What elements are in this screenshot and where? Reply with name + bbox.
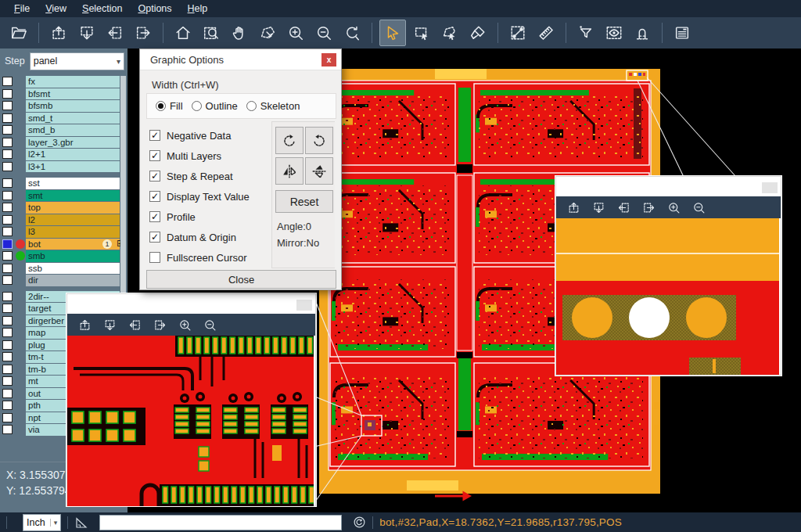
clean-brush-icon[interactable]	[465, 20, 490, 45]
layer-row-smb[interactable]: smb	[0, 250, 128, 262]
layer-row-fx[interactable]: fx	[0, 76, 128, 88]
pan-up-icon[interactable]	[563, 198, 584, 217]
layer-visibility-checkbox[interactable]	[2, 191, 13, 200]
home-icon[interactable]	[171, 20, 196, 45]
checkbox-profile[interactable]: ✓Profile	[149, 207, 250, 227]
pan-down-icon[interactable]	[588, 198, 609, 217]
layer-visibility-checkbox[interactable]	[2, 425, 13, 434]
layer-row-sst[interactable]: sst	[0, 178, 128, 189]
zoom-window-viewport[interactable]	[556, 218, 779, 375]
layer-name-label[interactable]: smd_b	[26, 124, 120, 136]
layer-visibility-checkbox[interactable]	[2, 264, 13, 273]
checkbox-step-repeat[interactable]: ✓Step & Repeat	[149, 166, 250, 186]
layer-row-smt[interactable]: smt	[0, 190, 128, 202]
layer-name-label[interactable]: top	[26, 202, 120, 214]
checkbox-fullscreen-cursor[interactable]: Fullscreen Cursor	[149, 247, 250, 268]
measure-points-icon[interactable]	[505, 20, 530, 45]
pan-up-icon[interactable]	[74, 315, 95, 334]
pan-right-icon[interactable]	[149, 315, 170, 334]
layer-visibility-checkbox[interactable]	[2, 275, 13, 285]
radio-skeleton[interactable]: Skeleton	[246, 100, 300, 112]
layer-visibility-checkbox[interactable]	[2, 239, 13, 249]
pan-up-icon[interactable]	[46, 20, 71, 45]
layer-name-label[interactable]: bfsmb	[26, 100, 120, 112]
layer-visibility-checkbox[interactable]	[2, 365, 13, 374]
layer-visibility-checkbox[interactable]	[2, 304, 13, 313]
layer-visibility-checkbox[interactable]	[2, 101, 13, 110]
step-select[interactable]: panel ▾	[30, 52, 124, 70]
rotate-ccw-button[interactable]	[305, 127, 333, 154]
checkbox-datum-origin[interactable]: ✓Datum & Origin	[149, 227, 250, 247]
layer-row-layer_3.gbr[interactable]: layer_3.gbr	[0, 137, 128, 149]
layer-visibility-checkbox[interactable]	[2, 401, 13, 410]
pan-left-icon[interactable]	[102, 20, 128, 45]
layer-name-label[interactable]: bfsmt	[26, 88, 120, 100]
zoom-out-icon[interactable]	[199, 315, 220, 334]
layer-visibility-checkbox[interactable]	[2, 203, 13, 212]
snap-icon[interactable]	[630, 20, 655, 45]
layer-name-label[interactable]: smb	[26, 250, 120, 262]
pan-right-icon[interactable]	[131, 20, 156, 45]
layer-visibility-checkbox[interactable]	[2, 215, 13, 225]
reset-button[interactable]: Reset	[275, 190, 333, 213]
layer-visibility-checkbox[interactable]	[2, 251, 13, 261]
layer-name-label[interactable]: l2+1	[26, 149, 120, 160]
pan-left-icon[interactable]	[124, 315, 145, 334]
menu-options[interactable]: Options	[130, 2, 179, 16]
layer-visibility-checkbox[interactable]	[2, 352, 13, 361]
close-button[interactable]: Close	[146, 270, 336, 289]
layer-row-smd_t[interactable]: smd_t	[0, 113, 128, 124]
layer-visibility-checkbox[interactable]	[2, 376, 13, 386]
zoom-previous-icon[interactable]	[339, 20, 365, 45]
zoom-out-icon[interactable]	[311, 20, 336, 45]
pan-down-icon[interactable]	[74, 20, 99, 45]
zoom-window-viewport[interactable]	[67, 336, 314, 506]
layer-name-label[interactable]: fx	[26, 76, 120, 88]
layer-name-label[interactable]: smt	[26, 190, 120, 202]
pan-hand-icon[interactable]	[227, 20, 252, 45]
select-cursor-icon[interactable]	[379, 20, 406, 46]
select-polygon-icon[interactable]	[437, 20, 462, 45]
open-folder-icon[interactable]	[6, 20, 31, 45]
layer-name-label[interactable]: l3+1	[26, 161, 120, 173]
close-icon[interactable]: x	[321, 53, 336, 66]
layer-visibility-checkbox[interactable]	[2, 162, 13, 171]
layer-row-smd_b[interactable]: smd_b	[0, 124, 128, 136]
select-rect-icon[interactable]	[409, 20, 434, 45]
layer-name-label[interactable]: sst	[26, 178, 120, 189]
checkbox-negative-data[interactable]: ✓Negative Data	[149, 125, 250, 146]
layer-visibility-checkbox[interactable]	[2, 178, 13, 188]
rotate-cw-button[interactable]	[275, 127, 304, 154]
layer-visibility-checkbox[interactable]	[2, 389, 13, 398]
pan-down-icon[interactable]	[99, 315, 120, 334]
command-input[interactable]	[99, 515, 342, 530]
radio-outline[interactable]: Outline	[192, 100, 238, 112]
flip-v-button[interactable]	[305, 157, 333, 185]
layer-name-label[interactable]: dir	[26, 275, 120, 286]
zoom-window-title-bar[interactable]	[67, 294, 315, 314]
layer-panel-icon[interactable]	[670, 20, 695, 45]
pan-right-icon[interactable]	[638, 198, 659, 217]
menu-file[interactable]: File	[6, 2, 38, 16]
refresh-icon[interactable]	[353, 516, 366, 529]
layer-name-label[interactable]: smd_t	[26, 113, 120, 124]
layer-row-bfsmb[interactable]: bfsmb	[0, 100, 128, 112]
zoom-window-title-bar[interactable]	[556, 177, 781, 196]
pan-left-icon[interactable]	[613, 198, 634, 217]
zoom-in-icon[interactable]	[174, 315, 195, 334]
layer-visibility-checkbox[interactable]	[2, 227, 13, 236]
zoom-in-icon[interactable]	[283, 20, 308, 45]
layer-visibility-checkbox[interactable]	[2, 316, 13, 325]
layer-name-label[interactable]: layer_3.gbr	[26, 137, 120, 149]
layer-row-bfsmt[interactable]: bfsmt	[0, 88, 128, 100]
view-options-icon[interactable]	[602, 20, 627, 45]
layer-visibility-checkbox[interactable]	[2, 340, 13, 350]
layer-row-dir[interactable]: dir	[0, 275, 128, 286]
layer-row-l3[interactable]: l3	[0, 226, 128, 238]
flip-h-button[interactable]	[275, 157, 304, 185]
window-button[interactable]	[296, 300, 312, 311]
snap-angle-icon[interactable]	[74, 516, 88, 530]
layer-visibility-checkbox[interactable]	[2, 89, 13, 99]
measure-ruler-icon[interactable]	[533, 20, 559, 45]
unit-select[interactable]: Inch ▾	[23, 514, 61, 531]
